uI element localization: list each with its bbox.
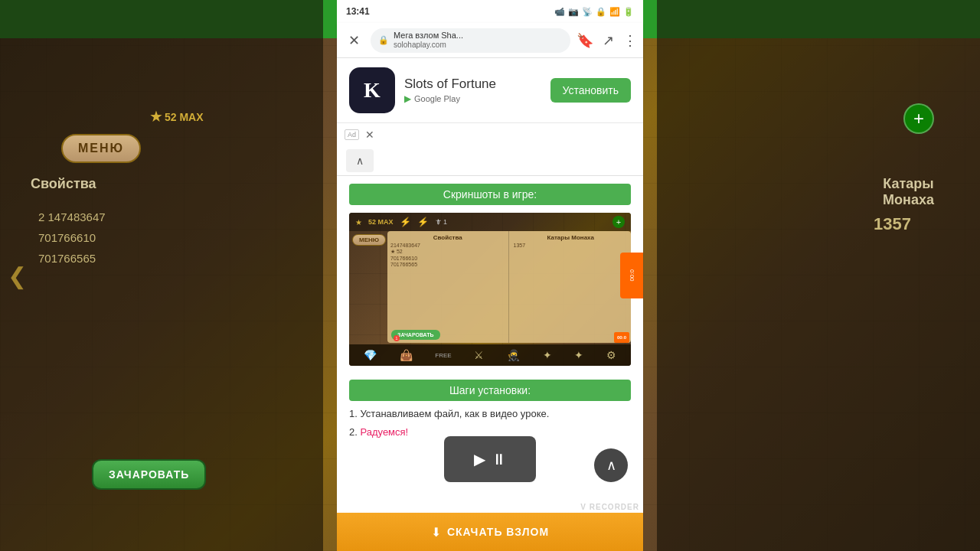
- ss-max-label: 52 MAX: [368, 218, 394, 226]
- step-1-text: Устанавливаем файл, как в видео уроке.: [360, 408, 549, 419]
- ss-item-label: 🗡 1: [435, 218, 448, 226]
- ss-topbar: ★ 52 MAX ⚡ ⚡ 🗡 1 +: [349, 213, 631, 231]
- ss-lightning-icon: ⚡: [400, 217, 411, 227]
- video-play-icon[interactable]: ▶: [474, 450, 485, 468]
- download-icon: ⬇: [431, 525, 441, 540]
- share-icon[interactable]: ↗: [603, 32, 614, 49]
- record-time: 00:0: [629, 269, 635, 282]
- enchant-button[interactable]: ЗАЧАРОВАТЬ: [92, 459, 206, 490]
- right-value: 1357: [874, 214, 911, 234]
- ss-weapon-panel: Катары Монаха 1357: [511, 231, 632, 343]
- url-bar[interactable]: 🔒 Мега взлом Sha... solohaplay.com: [371, 28, 570, 53]
- properties-label: Свойства: [31, 176, 96, 192]
- app-card: K Slots of Fortune ▶ Google Play Установ…: [337, 58, 643, 123]
- right-title: КатарыМонаха: [883, 176, 934, 208]
- wifi-icon: 📶: [609, 7, 620, 17]
- step-2-link[interactable]: Радуемся!: [360, 426, 408, 438]
- status-bar: 13:41 📹 📷 📡 🔒 📶 🔋: [337, 0, 643, 23]
- ss-weapon-value: 1357: [514, 243, 629, 248]
- game-screenshot: ★ 52 MAX ⚡ ⚡ 🗡 1 + МЕНЮ Свойства 2147483…: [349, 213, 631, 366]
- play-store-icon: ▶: [404, 93, 411, 104]
- app-store: ▶ Google Play: [404, 93, 541, 104]
- stats-display: 2 147483647 701766610 701766565: [38, 207, 106, 269]
- ss-panel-left-title: Свойства: [390, 234, 505, 241]
- ss-star-icon: ★: [355, 218, 362, 227]
- step-2-number: 2.: [349, 426, 358, 438]
- star-icon: ★: [149, 107, 163, 126]
- video-icon: 📹: [554, 7, 565, 17]
- battery-icon: 🔋: [623, 7, 634, 17]
- status-icons: 📹 📷 📡 🔒 📶 🔋: [554, 7, 634, 17]
- url-title: Мега взлом Sha...: [394, 31, 463, 41]
- record-indicator: 00:0: [620, 253, 643, 298]
- ss-panel-right-title: Катары Монаха: [514, 234, 629, 241]
- app-info: Slots of Fortune ▶ Google Play: [404, 77, 541, 104]
- install-button[interactable]: Установить: [550, 78, 631, 103]
- video-controls-overlay[interactable]: ▶ ⏸: [444, 436, 536, 482]
- ss-icon-star2: ✦: [543, 349, 552, 361]
- screenshots-header: Скриншоты в игре:: [349, 184, 631, 205]
- ss-icon-shuriken: ✦: [574, 349, 583, 361]
- video-pause-icon[interactable]: ⏸: [492, 451, 507, 468]
- ss-icon-free: FREE: [435, 352, 451, 359]
- url-domain: solohaplay.com: [394, 41, 463, 50]
- phone-overlay: 13:41 📹 📷 📡 🔒 📶 🔋 ✕ 🔒 Мега взлом Sha... …: [337, 0, 643, 551]
- bookmark-icon[interactable]: 🔖: [577, 32, 593, 49]
- recorder-watermark: V RECORDER: [580, 503, 639, 511]
- browser-close-button[interactable]: ✕: [343, 30, 364, 51]
- app-icon: K: [349, 67, 395, 113]
- ss-stat-star: ★ 52: [390, 249, 505, 255]
- ss-stat-2: 701766610: [390, 256, 505, 261]
- browser-actions: 🔖 ↗ ⋮: [577, 32, 637, 49]
- ss-notification-dot: 1: [394, 335, 400, 341]
- ss-plus-button[interactable]: +: [612, 216, 625, 228]
- ss-lightning2-icon: ⚡: [417, 217, 429, 227]
- lock-status-icon: 🔒: [596, 7, 606, 17]
- lock-icon: 🔒: [378, 35, 389, 45]
- app-icon-letter: K: [364, 78, 381, 103]
- ad-close-button[interactable]: ✕: [365, 129, 374, 141]
- ss-properties-panel: Свойства 2147483647 ★ 52 701766610 70176…: [387, 231, 509, 343]
- cast-icon: 📡: [582, 7, 593, 17]
- step-1-number: 1.: [349, 408, 358, 419]
- left-arrow-icon[interactable]: ❮: [8, 262, 27, 289]
- ss-stat-3: 701766565: [390, 262, 505, 267]
- ss-icon-sword: ⚔: [474, 349, 484, 361]
- ss-icon-diamond: 💎: [364, 349, 377, 361]
- max-label: 52 MAX: [165, 111, 204, 123]
- ss-record-indicator: 00:0: [614, 332, 629, 343]
- play-store-label: Google Play: [414, 94, 460, 103]
- step-1: 1. Устанавливаем файл, как в видео уроке…: [349, 407, 631, 421]
- app-name: Slots of Fortune: [404, 77, 541, 92]
- steps-header: Шаги установки:: [349, 380, 631, 401]
- plus-button[interactable]: +: [903, 103, 934, 134]
- ss-scroll-panel: Свойства 2147483647 ★ 52 701766610 70176…: [387, 231, 631, 343]
- ss-icon-ninja: 🥷: [507, 349, 520, 361]
- ss-bottom-bar: 💎 👜 FREE ⚔ 🥷 ✦ ✦ ⚙: [349, 344, 631, 366]
- ad-area: Ad ✕: [337, 123, 643, 146]
- collapse-row: ∧: [337, 146, 643, 176]
- download-label: СКАЧАТЬ ВЗЛОМ: [447, 526, 549, 538]
- menu-button[interactable]: МЕНЮ: [61, 134, 141, 163]
- ss-menu-button: МЕНЮ: [352, 234, 386, 246]
- ss-icon-gear: ⚙: [606, 349, 616, 361]
- screenshots-section: Скриншоты в игре: ★ 52 MAX ⚡ ⚡ 🗡 1 +: [337, 176, 643, 373]
- camera-icon: 📷: [568, 7, 579, 17]
- ad-label: Ad: [345, 129, 359, 140]
- browser-bar: ✕ 🔒 Мега взлом Sha... solohaplay.com 🔖 ↗…: [337, 23, 643, 58]
- ss-icon-bag: 👜: [400, 349, 413, 361]
- collapse-button[interactable]: ∧: [346, 149, 374, 172]
- download-button[interactable]: ⬇ СКАЧАТЬ ВЗЛОМ: [337, 513, 643, 551]
- scroll-up-button[interactable]: ∧: [594, 448, 628, 482]
- ss-stat-1: 2147483647: [390, 243, 505, 248]
- status-time: 13:41: [346, 6, 370, 17]
- more-menu-icon[interactable]: ⋮: [623, 32, 637, 49]
